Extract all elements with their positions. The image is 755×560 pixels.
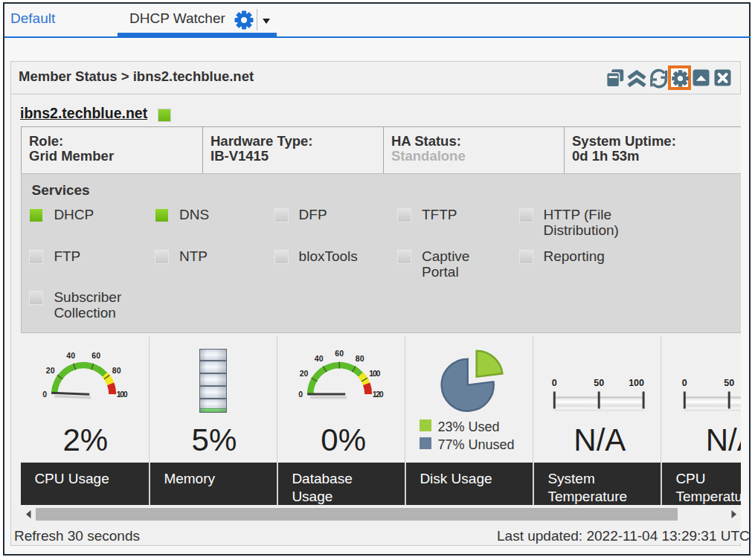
svg-text:60: 60 [92, 350, 101, 359]
svg-text:100: 100 [370, 369, 381, 378]
svg-text:80: 80 [356, 354, 364, 363]
svg-text:100: 100 [117, 389, 128, 398]
svg-text:40: 40 [67, 350, 76, 359]
svg-text:120: 120 [373, 389, 384, 398]
svg-text:0: 0 [682, 378, 687, 388]
svg-text:60: 60 [335, 348, 344, 357]
svg-text:100: 100 [629, 378, 645, 388]
svg-text:0: 0 [299, 389, 303, 398]
svg-text:40: 40 [315, 354, 324, 363]
svg-text:0: 0 [552, 378, 557, 388]
svg-text:20: 20 [46, 365, 55, 374]
svg-text:50: 50 [594, 378, 605, 388]
svg-text:50: 50 [724, 378, 734, 388]
svg-text:80: 80 [112, 365, 121, 374]
svg-text:20: 20 [300, 369, 309, 378]
svg-text:0: 0 [43, 389, 48, 398]
